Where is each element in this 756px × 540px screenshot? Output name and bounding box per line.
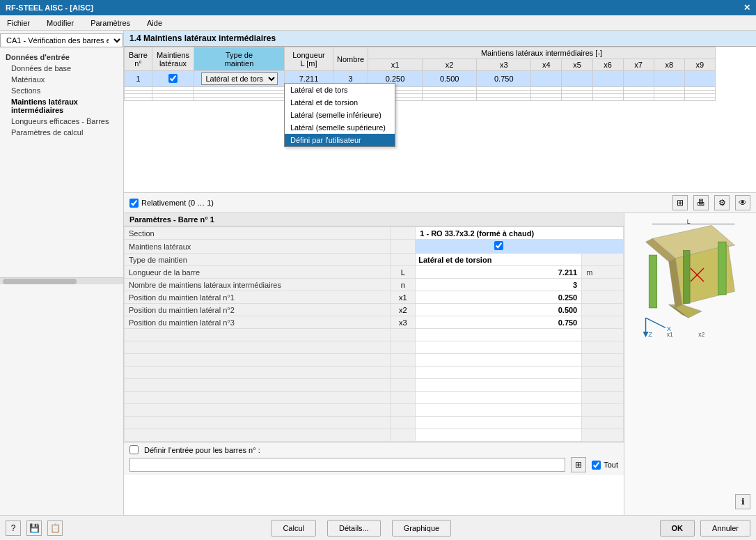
close-icon[interactable]: ✕ [743,3,750,13]
col-header-x1: x1 [368,59,423,71]
col-header-x2: x2 [423,59,477,71]
param-checkbox-maintiens[interactable] [494,241,503,250]
calcul-button[interactable]: Calcul [271,520,316,537]
checkbox-maintiens[interactable] [168,74,178,83]
cell-x2: 0.500 [423,71,477,87]
cell-checked[interactable] [152,71,194,87]
sidebar-item-donnees[interactable]: Données de base [0,63,123,74]
col-header-x9: x9 [684,59,715,71]
menu-bar: Fichier Modifier Paramètres Aide [0,15,756,31]
define-checkbox[interactable] [129,445,139,454]
param-value-section: 1 - RO 33.7x3.2 (formé à chaud) [416,227,624,240]
svg-text:x2: x2 [698,331,704,338]
sidebar-item-parametres[interactable]: Paramètres de calcul [0,127,123,138]
params-panel: Paramètres - Barre n° 1 Section 1 - RO 3… [124,213,756,515]
dd-item-defini[interactable]: Défini par l'utilisateur [285,134,395,146]
sidebar-item-materiaux[interactable]: Matériaux [0,74,123,85]
param-symbol-x1: x1 [391,291,416,304]
col-header-x3: x3 [477,59,531,71]
details-button[interactable]: Détails... [327,520,381,537]
sidebar-item-longueurs[interactable]: Longueurs efficaces - Barres [0,116,123,127]
sidebar-item-maintiens[interactable]: Maintiens latéraux intermédiaires [0,96,123,116]
param-row-x3: Position du maintien latéral n°3 x3 0.75… [125,316,624,329]
toolbar-btn-1[interactable]: ⊞ [672,195,688,210]
annuler-button[interactable]: Annuler [700,520,750,537]
cell-x3: 0.750 [477,71,531,87]
relatively-checkbox[interactable] [129,199,139,208]
dd-item-lateral-torsion[interactable]: Latéral et de torsion [285,96,395,109]
param-unit-type [582,254,624,266]
info-button[interactable]: ℹ [735,494,750,509]
menu-aide[interactable]: Aide [143,17,166,29]
param-symbol-x3: x3 [391,316,416,329]
dd-item-lateral-superieure[interactable]: Latéral (semelle supérieure) [285,121,395,134]
col-header-x8: x8 [654,59,684,71]
param-row-empty [125,367,624,379]
dd-item-lateral-tors[interactable]: Latéral et de tors [285,84,395,96]
graphique-button[interactable]: Graphique [392,520,451,537]
param-value-maintiens[interactable] [416,240,582,254]
param-symbol-longueur: L [391,266,416,279]
relatively-checkbox-label[interactable]: Relativement (0 … 1) [129,199,214,208]
param-unit-x3 [582,316,624,329]
beam-illustration: Z X L x1 x2 [629,219,751,344]
svg-rect-9 [684,250,690,303]
toolbar-btn-3[interactable]: ⚙ [714,195,730,210]
param-symbol-maintiens [391,240,416,254]
footer-right: OK Annuler [660,520,750,537]
menu-parametres[interactable]: Paramètres [86,17,134,29]
footer-icon-1[interactable]: ? [6,520,21,536]
param-unit-longueur: m [582,266,624,279]
cell-x9 [684,71,715,87]
ok-button[interactable]: OK [660,520,695,537]
param-symbol-section [391,227,416,240]
svg-text:x1: x1 [667,331,673,338]
param-symbol-nombre: n [391,279,416,291]
type-dropdown[interactable]: Latéral et de tors [201,72,278,85]
param-row-empty [125,379,624,392]
toolbar-btn-4[interactable]: 👁 [735,195,750,210]
footer-icon-3[interactable]: 📋 [47,520,63,536]
title-bar: RF-STEEL AISC - [AISC] ✕ [0,0,756,15]
cell-x5 [562,71,592,87]
param-unit-maintiens [582,240,624,254]
menu-modifier[interactable]: Modifier [42,17,78,29]
case-dropdown[interactable]: CA1 - Vérification des barres en [0,33,123,47]
param-value-x3: 0.750 [416,316,582,329]
sidebar: CA1 - Vérification des barres en Données… [0,31,124,515]
params-table-area: Paramètres - Barre n° 1 Section 1 - RO 3… [124,213,624,515]
tout-checkbox[interactable] [592,461,601,470]
param-label-x3: Position du maintien latéral n°3 [125,316,391,329]
app-title: RF-STEEL AISC - [AISC] [6,3,93,12]
table-row: 1 Latéral et de tors 7.211 3 0.250 0.500… [125,71,716,87]
col-header-barre: Barren° [125,47,152,71]
cell-type[interactable]: Latéral et de tors [194,71,285,87]
cell-x8 [654,71,684,87]
define-icon[interactable]: ⊞ [571,457,586,472]
param-symbol-x2: x2 [391,304,416,316]
sidebar-section-title: Données d'entrée [0,52,123,63]
param-row-empty [125,404,624,417]
param-label-section: Section [125,227,391,240]
param-symbol-type [391,254,416,266]
param-row-x1: Position du maintien latéral n°1 x1 0.25… [125,291,624,304]
define-input[interactable] [129,458,565,472]
tout-label[interactable]: Tout [592,461,618,470]
param-row-x2: Position du maintien latéral n°2 x2 0.50… [125,304,624,316]
sidebar-item-sections[interactable]: Sections [0,85,123,96]
param-row-empty [125,341,624,354]
menu-fichier[interactable]: Fichier [3,17,34,29]
param-label-maintiens: Maintiens latéraux [125,240,391,254]
footer-icon-2[interactable]: 💾 [26,520,42,536]
param-row-empty [125,417,624,429]
param-unit-nombre [582,279,624,291]
toolbar-row: Relativement (0 … 1) ⊞ 🖶 ⚙ 👁 [124,193,756,213]
cell-x7 [623,71,654,87]
param-label-nombre: Nombre de maintiens latéraux intermédiai… [125,279,391,291]
toolbar-btn-2[interactable]: 🖶 [693,195,709,210]
param-row-section: Section 1 - RO 33.7x3.2 (formé à chaud) [125,227,624,240]
svg-text:L: L [687,219,691,225]
footer-left: ? 💾 📋 [6,520,63,536]
param-value-x2: 0.500 [416,304,582,316]
dd-item-lateral-inferieure[interactable]: Latéral (semelle inférieure) [285,109,395,121]
